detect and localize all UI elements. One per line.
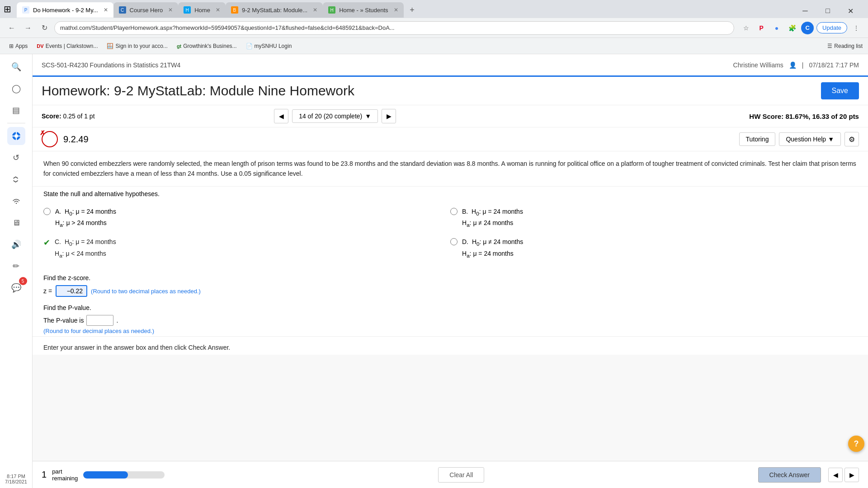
option-a-radio[interactable]: [43, 208, 51, 215]
tab-label-home: Home: [194, 7, 210, 14]
mysnhu-icon: 📄: [246, 43, 253, 49]
hw-score-value: 81.67%, 16.33 of 20 pts: [785, 113, 859, 120]
hw-score: HW Score: 81.67%, 16.33 of 20 pts: [749, 113, 859, 120]
option-a-content: A. H0: μ = 24 months Ha: μ > 24 months: [55, 206, 116, 230]
course-name: SCS-501-R4230 Foundations in Statistics …: [42, 61, 180, 69]
question-toolbar-right: Tutoring Question Help ▼ ⚙: [739, 132, 859, 146]
tab-close-home[interactable]: ✕: [216, 7, 220, 13]
pinterest-icon[interactable]: P: [755, 22, 768, 34]
refresh-sidebar-icon[interactable]: ↺: [7, 149, 25, 167]
bookmark-mysnhu[interactable]: 📄 mySNHU Login: [242, 41, 296, 51]
prev-question-button[interactable]: ◀: [274, 109, 288, 123]
title-bar: ⊞ P Do Homework - 9-2 My... ✕ C Course H…: [0, 0, 868, 18]
circle-sidebar-icon[interactable]: ◯: [7, 80, 25, 98]
pvalue-input[interactable]: [86, 315, 113, 326]
tab-close-mystatlab[interactable]: ✕: [313, 7, 317, 13]
question-help-button[interactable]: Question Help ▼: [779, 132, 841, 146]
menu-icon[interactable]: ⋮: [850, 22, 863, 34]
tab-students[interactable]: H Home - » Students ✕: [323, 2, 403, 18]
course-datetime: 07/18/21 7:17 PM: [809, 61, 859, 69]
tab-close-students[interactable]: ✕: [394, 7, 398, 13]
bookmark-growthink[interactable]: gt Growthink's Busines...: [173, 41, 241, 51]
update-button[interactable]: Update: [816, 22, 847, 33]
bookmark-events-label: Events | Clarkstown...: [46, 43, 98, 49]
monitor-sidebar-icon[interactable]: 🖥: [7, 214, 25, 232]
close-button[interactable]: ✕: [840, 4, 861, 18]
bottom-navigation: ◀ ▶: [828, 468, 859, 482]
bookmark-apps[interactable]: ⊞ Apps: [5, 41, 31, 51]
chrome-icon[interactable]: ●: [770, 22, 783, 34]
zscore-prefix: z =: [43, 287, 52, 295]
bookmark-events[interactable]: DV Events | Clarkstown...: [33, 41, 101, 51]
check-x-icon: ✗: [40, 129, 45, 136]
tab-label-homework: Do Homework - 9-2 My...: [33, 7, 98, 14]
minimize-button[interactable]: ─: [795, 4, 816, 18]
settings-button[interactable]: ⚙: [844, 132, 859, 146]
score-value: 0.25 of 1 pt: [63, 113, 94, 120]
save-button[interactable]: Save: [821, 82, 859, 99]
tab-favicon-home: H: [184, 6, 191, 14]
part-remaining-label: part remaining: [52, 468, 78, 482]
next-question-button[interactable]: ▶: [382, 109, 396, 123]
tab-do-homework[interactable]: P Do Homework - 9-2 My... ✕: [17, 2, 113, 18]
bottom-next-button[interactable]: ▶: [844, 468, 859, 482]
score-label: Score: 0.25 of 1 pt: [42, 113, 95, 120]
star-icon[interactable]: ☆: [740, 22, 752, 34]
option-d-radio[interactable]: [450, 238, 458, 245]
tab-course-hero[interactable]: C Course Hero ✕: [113, 2, 179, 18]
options-grid: A. H0: μ = 24 months Ha: μ > 24 months B…: [33, 201, 868, 271]
problem-description: When 90 convicted embezzlers were random…: [43, 159, 857, 179]
bookmark-signin-label: Sign in to your acco...: [115, 43, 167, 49]
zscore-input[interactable]: [56, 285, 87, 297]
homework-header: Homework: 9-2 MyStatLab: Module Nine Hom…: [33, 77, 868, 105]
option-b-label: B.: [462, 208, 468, 215]
sidebar-date: 7/18/2021: [5, 479, 27, 484]
back-button[interactable]: ←: [5, 22, 18, 34]
maximize-button[interactable]: □: [817, 4, 838, 18]
question-indicator[interactable]: 14 of 20 (20 complete) ▼: [292, 109, 378, 123]
tab-close-coursehero[interactable]: ✕: [168, 7, 173, 13]
reading-list[interactable]: ☰ Reading list: [827, 43, 863, 49]
reading-list-label: Reading list: [834, 43, 863, 49]
browser-left-sidebar: 🔍 ◯ ▤ ↺ ❮❯ 🖥 🔊 ✏ 💬 5 8:17 PM 7/1: [0, 54, 33, 488]
help-button[interactable]: ?: [848, 436, 864, 452]
part-number: 1: [42, 469, 47, 480]
chrome-sidebar-icon[interactable]: [7, 127, 25, 145]
extensions-icon[interactable]: 🧩: [786, 22, 798, 34]
clear-all-button[interactable]: Clear All: [438, 467, 484, 483]
dropdown-arrow-icon: ▼: [365, 113, 371, 120]
option-b-radio[interactable]: [450, 208, 458, 215]
events-icon: DV: [37, 43, 43, 49]
forward-button[interactable]: →: [22, 22, 34, 34]
tab-favicon-students: H: [328, 6, 335, 14]
check-answer-button[interactable]: Check Answer: [758, 467, 821, 483]
reading-list-icon: ☰: [827, 43, 832, 49]
reload-button[interactable]: ↻: [38, 22, 51, 34]
tutoring-button[interactable]: Tutoring: [739, 132, 776, 146]
search-sidebar-icon[interactable]: 🔍: [7, 58, 25, 76]
question-toolbar: ✗ 9.2.49 Tutoring Question Help ▼ ⚙: [33, 127, 868, 151]
bookmark-signin[interactable]: 🪟 Sign in to your acco...: [103, 41, 171, 51]
homework-title: Homework: 9-2 MyStatLab: Module Nine Hom…: [42, 83, 821, 99]
pen-sidebar-icon[interactable]: ✏: [7, 257, 25, 275]
taskbar-sidebar-icon[interactable]: ▤: [7, 101, 25, 119]
url-input[interactable]: [54, 21, 734, 35]
progress-bar-fill: [83, 471, 128, 479]
signin-icon: 🪟: [107, 43, 113, 49]
tab-close-homework[interactable]: ✕: [104, 7, 108, 13]
volume-sidebar-icon[interactable]: 🔊: [7, 235, 25, 253]
wifi-sidebar-icon[interactable]: [7, 192, 25, 210]
tab-home[interactable]: H Home ✕: [178, 2, 226, 18]
profile-icon[interactable]: C: [801, 22, 814, 34]
pvalue-row: The P-value is .: [43, 315, 857, 326]
bottom-prev-button[interactable]: ◀: [828, 468, 843, 482]
svg-point-1: [14, 134, 18, 138]
part-remaining-section: 1 part remaining: [42, 468, 165, 482]
expand-sidebar-icon[interactable]: ❮❯: [7, 170, 25, 188]
new-tab-button[interactable]: +: [406, 3, 419, 17]
chat-sidebar-icon[interactable]: 💬 5: [7, 279, 25, 297]
tab-mystatlab[interactable]: B 9-2 MyStatLab: Module... ✕: [226, 2, 323, 18]
option-c-content: C. H0: μ = 24 months Ha: μ < 24 months: [55, 237, 116, 260]
option-c: ✔ C. H0: μ = 24 months Ha: μ < 24 months: [43, 233, 450, 263]
tab-label-coursehero: Course Hero: [130, 7, 163, 14]
